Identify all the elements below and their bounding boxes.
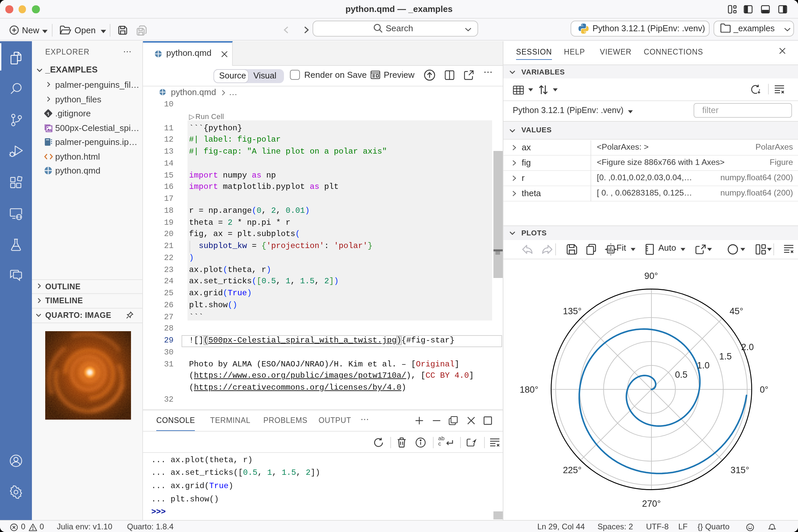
svg-text:45°: 45° xyxy=(729,306,743,316)
svg-text:90°: 90° xyxy=(644,270,658,281)
svg-text:1.5: 1.5 xyxy=(719,351,732,361)
svg-text:180°: 180° xyxy=(520,384,538,394)
svg-text:135°: 135° xyxy=(563,306,582,316)
svg-text:315°: 315° xyxy=(730,464,749,475)
svg-text:0°: 0° xyxy=(760,384,768,394)
svg-text:1.0: 1.0 xyxy=(697,360,709,370)
svg-text:0.5: 0.5 xyxy=(675,369,688,379)
svg-text:2.0: 2.0 xyxy=(741,341,754,352)
svg-text:270°: 270° xyxy=(642,498,661,508)
svg-text:225°: 225° xyxy=(563,464,582,475)
